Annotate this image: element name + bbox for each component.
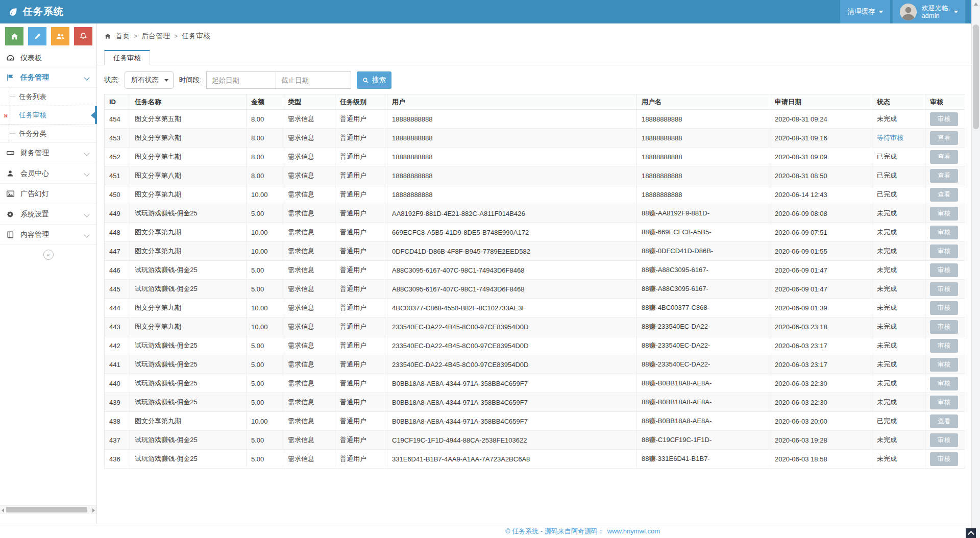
view-button[interactable]: 查看 xyxy=(930,414,958,428)
sidebar-collapse-button[interactable]: « xyxy=(43,250,54,260)
chevron-down-icon xyxy=(84,232,89,237)
sidebar-item-finance[interactable]: 财务管理 xyxy=(0,143,96,163)
footer-site-link[interactable]: www.hnymwl.com xyxy=(607,527,660,535)
col-id: ID xyxy=(105,94,130,110)
sidebar-item-ad-slides[interactable]: 广告幻灯 xyxy=(0,184,96,204)
review-button[interactable]: 审核 xyxy=(930,377,958,390)
table-row: 450图文分享第九期10.00需求信息普通用户18888888888188888… xyxy=(105,185,965,204)
notifications-quick-button[interactable] xyxy=(74,27,92,45)
cell-action: 审核 xyxy=(925,223,965,242)
table-row: 444图文分享第九期10.00需求信息普通用户4BC00377-C868-455… xyxy=(105,299,965,317)
bell-icon xyxy=(79,32,87,40)
cell-username: 88赚-B0BB18A8-AE8A- xyxy=(637,393,770,412)
home-quick-button[interactable] xyxy=(5,27,23,45)
sidebar-item-dashboard[interactable]: 仪表板 xyxy=(0,49,96,67)
review-button[interactable]: 审核 xyxy=(930,396,958,409)
sidebar-item-task-category[interactable]: 任务分类 xyxy=(0,125,96,142)
view-button[interactable]: 查看 xyxy=(930,131,958,145)
review-button[interactable]: 审核 xyxy=(930,433,958,447)
tab-task-review[interactable]: 任务审核 xyxy=(104,50,150,66)
back-to-top-button[interactable] xyxy=(966,528,976,538)
review-button[interactable]: 审核 xyxy=(930,452,958,466)
chevron-down-icon xyxy=(164,79,168,82)
review-button[interactable]: 审核 xyxy=(930,226,958,239)
review-button[interactable]: 审核 xyxy=(930,320,958,334)
scrollbar-thumb[interactable] xyxy=(973,25,979,129)
sidebar-item-task-review[interactable]: » 任务审核 xyxy=(0,106,96,125)
cell-status: 未完成 xyxy=(872,280,925,299)
users-quick-button[interactable] xyxy=(51,27,69,45)
cell-status: 已完成 xyxy=(872,185,925,204)
cell-type: 需求信息 xyxy=(283,450,335,469)
scroll-right-arrow-icon[interactable] xyxy=(92,508,95,512)
view-button[interactable]: 查看 xyxy=(930,188,958,202)
sidebar-item-members[interactable]: 会员中心 xyxy=(0,163,96,184)
sidebar-item-content[interactable]: 内容管理 xyxy=(0,225,96,245)
breadcrumb: 首页 > 后台管理 > 任务审核 xyxy=(104,32,210,41)
breadcrumb-admin[interactable]: 后台管理 xyxy=(141,32,170,41)
chevron-down-icon xyxy=(84,170,89,176)
cell-type: 需求信息 xyxy=(283,280,335,299)
horizontal-scrollbar[interactable] xyxy=(0,505,96,514)
breadcrumb-home[interactable]: 首页 xyxy=(115,32,130,41)
cell-level: 普通用户 xyxy=(335,336,387,355)
cell-date: 2020-06-14 12:43 xyxy=(770,185,872,204)
user-menu[interactable]: 欢迎光临, admin xyxy=(893,0,965,23)
cell-task-name: 图文分享第七期 xyxy=(130,148,247,166)
cell-user: B0BB18A8-AE8A-4344-971A-358BB4C659F7 xyxy=(387,393,637,412)
col-date: 申请日期 xyxy=(770,94,872,110)
cell-status: 未完成 xyxy=(872,317,925,336)
cell-amount: 10.00 xyxy=(247,412,283,431)
cell-type: 需求信息 xyxy=(283,148,335,166)
view-button[interactable]: 查看 xyxy=(930,150,958,164)
table-row: 441试玩游戏赚钱-佣金255.00需求信息普通用户233540EC-DA22-… xyxy=(105,355,965,374)
status-select[interactable]: 所有状态 xyxy=(125,71,174,89)
cell-level: 普通用户 xyxy=(335,129,387,148)
review-button[interactable]: 审核 xyxy=(930,207,958,221)
scroll-left-arrow-icon[interactable] xyxy=(2,508,4,512)
sidebar-item-settings[interactable]: 系统设置 xyxy=(0,204,96,225)
vertical-scrollbar[interactable] xyxy=(971,0,980,538)
scrollbar-thumb[interactable] xyxy=(6,507,87,512)
cell-user: 18888888888 xyxy=(387,110,637,129)
app-logo[interactable]: 任务系统 xyxy=(0,0,97,23)
scroll-up-arrow-icon[interactable] xyxy=(974,3,978,6)
cell-username: 88赚-B0BB18A8-AE8A- xyxy=(637,374,770,393)
cell-username: 88赚-AA8192F9-881D- xyxy=(637,204,770,223)
cell-user: 18888888888 xyxy=(387,185,637,204)
cell-level: 普通用户 xyxy=(335,355,387,374)
cell-action: 查看 xyxy=(925,166,965,185)
cell-date: 2020-06-09 01:47 xyxy=(770,261,872,280)
table-row: 439试玩游戏赚钱-佣金255.00需求信息普通用户B0BB18A8-AE8A-… xyxy=(105,393,965,412)
cell-task-name: 图文分享第九期 xyxy=(130,242,247,261)
cell-task-name: 图文分享第九期 xyxy=(130,412,247,431)
table-row: 449试玩游戏赚钱-佣金255.00需求信息普通用户AA8192F9-881D-… xyxy=(105,204,965,223)
main-content: 首页 > 后台管理 > 任务审核 任务审核 状态: 所有状态 时间段: 搜索 xyxy=(97,23,971,524)
sidebar-item-task-list[interactable]: 任务列表 xyxy=(0,88,96,106)
search-button[interactable]: 搜索 xyxy=(357,71,391,89)
review-button[interactable]: 审核 xyxy=(930,358,958,372)
cell-task-name: 试玩游戏赚钱-佣金25 xyxy=(130,280,247,299)
users-icon xyxy=(56,32,65,40)
clear-cache-button[interactable]: 清理缓存 xyxy=(840,0,890,23)
cell-amount: 5.00 xyxy=(247,374,283,393)
review-button[interactable]: 审核 xyxy=(930,263,958,277)
review-button[interactable]: 审核 xyxy=(930,112,958,126)
edit-quick-button[interactable] xyxy=(28,27,46,45)
review-button[interactable]: 审核 xyxy=(930,301,958,315)
cell-amount: 5.00 xyxy=(247,393,283,412)
cell-type: 需求信息 xyxy=(283,412,335,431)
cell-level: 普通用户 xyxy=(335,148,387,166)
cell-status: 未完成 xyxy=(872,242,925,261)
start-date-input[interactable] xyxy=(206,71,276,89)
sidebar-item-task-management[interactable]: 任务管理 xyxy=(0,67,96,88)
cell-type: 需求信息 xyxy=(283,242,335,261)
cell-level: 普通用户 xyxy=(335,393,387,412)
hdd-icon xyxy=(6,149,20,157)
review-button[interactable]: 审核 xyxy=(930,339,958,353)
view-button[interactable]: 查看 xyxy=(930,169,958,183)
review-button[interactable]: 审核 xyxy=(930,244,958,258)
end-date-input[interactable] xyxy=(276,71,351,89)
cell-username: 88赚-331E6D41-B1B7- xyxy=(637,450,770,469)
review-button[interactable]: 审核 xyxy=(930,282,958,296)
